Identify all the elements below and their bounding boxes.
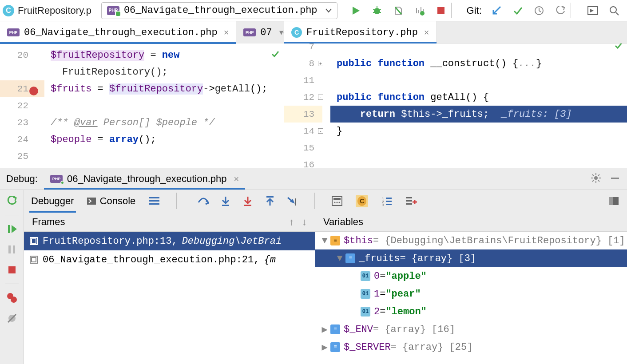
editor-left[interactable]: 202122232425 $fruitRepository = newFruit… — [0, 44, 284, 168]
inspection-ok-icon — [615, 44, 623, 50]
svg-rect-20 — [244, 205, 251, 206]
show-execution-point-button[interactable]: C — [356, 195, 368, 207]
debug-header: Debug: PHP 06_Navigate_through_execution… — [0, 168, 627, 190]
debug-button[interactable] — [370, 4, 384, 17]
console-tab[interactable]: Console — [87, 190, 136, 212]
run-config-label: 06_Navigate_through_execution.php — [124, 5, 317, 16]
resume-button[interactable] — [5, 222, 19, 236]
svg-rect-7 — [611, 178, 619, 179]
layout-button[interactable] — [607, 195, 620, 207]
next-frame-button[interactable]: ↓ — [302, 216, 307, 228]
minimize-button[interactable] — [610, 173, 620, 183]
close-icon[interactable]: × — [424, 28, 429, 38]
stop-debug-button[interactable] — [5, 263, 19, 277]
variable-row[interactable]: ▼≡_fruits = {array} [3] — [315, 249, 627, 267]
add-watch-button[interactable] — [405, 195, 418, 207]
run-to-cursor-button[interactable] — [286, 195, 298, 207]
svg-rect-18 — [149, 203, 159, 205]
svg-rect-40 — [32, 239, 36, 243]
svg-point-1 — [420, 11, 425, 16]
svg-rect-8 — [8, 225, 10, 233]
git-rollback-button[interactable] — [554, 4, 567, 17]
run-anything-button[interactable] — [586, 4, 599, 17]
rerun-button[interactable] — [5, 194, 19, 208]
variables-tree[interactable]: ▼≡$this = {Debugging\JetBrains\FruitRepo… — [315, 232, 627, 356]
svg-rect-34 — [406, 197, 412, 198]
debugger-tab[interactable]: Debugger — [31, 190, 74, 212]
gutter-right[interactable]: 78111213141516 — [284, 44, 322, 168]
git-update-button[interactable] — [490, 4, 503, 17]
git-history-button[interactable] — [532, 4, 546, 17]
svg-point-27 — [339, 202, 340, 203]
debug-session-label: 06_Navigate_through_execution.php — [67, 173, 227, 185]
editor-right[interactable]: 78111213141516 +-- public function __con… — [284, 44, 627, 168]
code-left[interactable]: $fruitRepository = newFruitRepository();… — [44, 47, 284, 165]
step-over-button[interactable] — [197, 195, 210, 207]
gutter-left[interactable]: 202122232425 — [0, 47, 44, 165]
svg-rect-24 — [333, 198, 341, 200]
stack-frame[interactable]: FruitRepository.php:13, Debugging\JetBra… — [24, 232, 315, 250]
svg-rect-38 — [609, 197, 613, 205]
svg-rect-9 — [8, 245, 11, 253]
inline-hint: _fruits: [3] — [501, 109, 571, 120]
editor-tab[interactable]: CFruitRepository.php× — [284, 21, 437, 44]
debug-toolbar: Debugger Console C 123 — [24, 190, 627, 212]
step-into-button[interactable] — [219, 195, 232, 207]
step-out-button[interactable] — [264, 195, 276, 207]
coverage-button[interactable] — [392, 4, 405, 17]
prev-frame-button[interactable]: ↑ — [289, 216, 294, 228]
php-icon: PHP — [50, 175, 63, 183]
breadcrumb-file[interactable]: FruitRepository.p — [18, 5, 91, 16]
fold-toggle[interactable]: - — [318, 128, 323, 134]
variable-row[interactable]: ▶≡$_ENV = {array} [16] — [315, 320, 627, 338]
git-label: Git: — [467, 5, 482, 16]
git-commit-button[interactable] — [511, 4, 524, 17]
svg-rect-33 — [386, 204, 392, 205]
variable-row[interactable]: 012 = "lemon" — [315, 303, 627, 320]
debug-settings-button[interactable] — [591, 173, 601, 183]
svg-rect-42 — [32, 257, 36, 262]
profile-button[interactable] — [413, 4, 426, 17]
svg-rect-32 — [386, 201, 392, 202]
chevron-down-icon — [325, 8, 332, 13]
var-type-icon: ≡ — [330, 236, 340, 245]
debug-tool-window: Debug: PHP 06_Navigate_through_execution… — [0, 168, 627, 364]
fold-toggle[interactable]: + — [318, 61, 323, 66]
run-button[interactable] — [349, 4, 362, 17]
svg-point-6 — [594, 176, 598, 180]
svg-point-25 — [334, 202, 336, 203]
variable-row[interactable]: 010 = "apple" — [315, 267, 627, 285]
var-type-icon: ≡ — [330, 342, 340, 352]
php-icon: PHP — [7, 28, 20, 36]
code-right[interactable]: public function __construct() {...}publi… — [330, 44, 627, 168]
fold-column[interactable]: +-- — [322, 44, 330, 168]
pause-button[interactable] — [5, 243, 19, 256]
frames-pane: Frames ↑ ↓ FruitRepository.php:13, Debug… — [24, 212, 315, 364]
run-actions — [337, 4, 448, 17]
svg-point-26 — [337, 202, 338, 203]
variable-row[interactable]: ▶≡$_SERVER = {array} [25] — [315, 338, 627, 356]
view-breakpoints-button[interactable] — [5, 291, 19, 305]
stack-frame[interactable]: 06_Navigate_through_execution.php:21, {m — [24, 250, 315, 269]
force-step-into-button[interactable] — [242, 195, 254, 207]
editor-tab[interactable]: PHP06_Navigate_through_execution.php× — [0, 21, 236, 44]
close-icon[interactable]: × — [224, 28, 229, 38]
svg-rect-21 — [266, 196, 274, 198]
search-everywhere-button[interactable] — [607, 4, 621, 17]
variable-row[interactable]: ▼≡$this = {Debugging\JetBrains\FruitRepo… — [315, 232, 627, 249]
fold-toggle[interactable]: - — [318, 95, 323, 100]
sort-vars-button[interactable]: 123 — [381, 195, 393, 207]
frames-list[interactable]: FruitRepository.php:13, Debugging\JetBra… — [24, 232, 315, 269]
breakpoint-icon[interactable] — [29, 87, 38, 95]
threads-icon[interactable] — [148, 195, 160, 207]
run-config-select[interactable]: PHP 06_Navigate_through_execution.php — [101, 2, 337, 19]
debug-session-tab[interactable]: PHP 06_Navigate_through_execution.php × — [44, 168, 245, 190]
var-type-icon: ≡ — [345, 253, 355, 263]
evaluate-expression-button[interactable] — [331, 195, 343, 207]
close-icon[interactable]: × — [234, 174, 239, 184]
svg-point-13 — [11, 297, 17, 303]
stop-button[interactable] — [434, 4, 448, 17]
variable-row[interactable]: 011 = "pear" — [315, 285, 627, 303]
mute-breakpoints-button[interactable] — [5, 312, 19, 325]
variables-header: Variables — [315, 212, 627, 232]
